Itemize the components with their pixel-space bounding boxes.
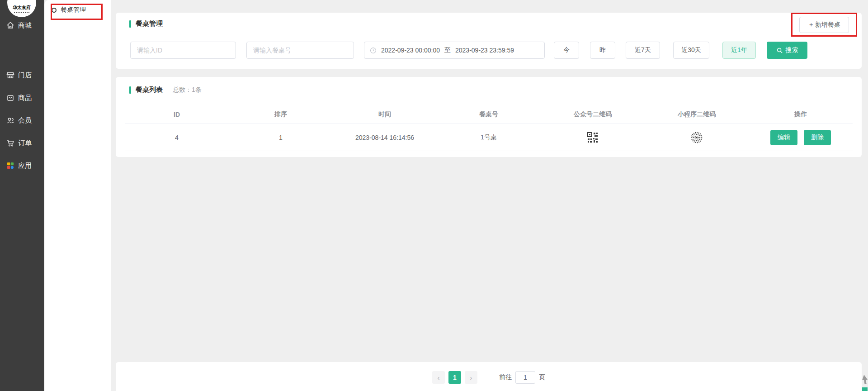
pagination: ‹ 1 › 前往 页 <box>116 371 862 384</box>
submenu-item-table-management[interactable]: 餐桌管理 <box>52 6 86 14</box>
cart-icon <box>5 138 15 148</box>
total-count-label: 总数：1条 <box>173 86 202 94</box>
official-account-qr-icon[interactable] <box>541 124 645 151</box>
plus-icon: ＋ <box>808 21 814 29</box>
quick-range-7days-button[interactable]: 近7天 <box>626 42 660 59</box>
prev-page-button[interactable]: ‹ <box>432 371 445 384</box>
submenu-panel: 餐桌管理 <box>44 0 111 391</box>
quick-range-today-button[interactable]: 今 <box>554 42 579 59</box>
clock-icon <box>370 47 377 54</box>
sidebar-item-label: 会员 <box>18 116 32 125</box>
id-field-wrap <box>130 42 236 59</box>
add-table-label: 新增餐桌 <box>815 21 840 29</box>
search-icon <box>776 47 783 54</box>
page-title: 餐桌管理 <box>136 19 163 28</box>
goods-icon <box>5 93 15 103</box>
cell-table-no: 1号桌 <box>437 124 541 151</box>
scrollbar-thumb <box>862 387 868 391</box>
column-header-id: ID <box>125 105 229 124</box>
goto-page-group: 前往 页 <box>499 371 545 384</box>
app-logo[interactable]: 华太食府 <box>7 0 36 17</box>
date-range-picker[interactable]: 2022-09-23 00:00:00 至 2023-09-23 23:59:5… <box>364 42 545 59</box>
sidebar-item-mall[interactable]: 商城 <box>0 18 44 33</box>
search-button-label: 搜索 <box>786 46 798 54</box>
column-header-time: 时间 <box>333 105 437 124</box>
sidebar-item-orders[interactable]: 订单 <box>0 136 44 150</box>
edit-button[interactable]: 编辑 <box>770 130 797 145</box>
circle-bullet-icon <box>52 8 57 13</box>
column-header-table-no: 餐桌号 <box>437 105 541 124</box>
table-number-input[interactable] <box>246 42 354 59</box>
goto-label: 前往 <box>499 373 512 381</box>
sidebar-item-members[interactable]: 会员 <box>0 113 44 128</box>
submenu-item-label: 餐桌管理 <box>61 6 86 14</box>
table-no-field-wrap <box>246 42 354 59</box>
section-accent-bar <box>129 20 131 28</box>
quick-range-30days-button[interactable]: 近30天 <box>673 42 709 59</box>
section-accent-bar <box>129 86 131 94</box>
column-header-miniprogram-qr: 小程序二维码 <box>645 105 749 124</box>
logo-text: 华太食府 <box>13 5 31 11</box>
cell-time: 2023-08-14 16:14:56 <box>333 124 437 151</box>
table-row: 4 1 2023-08-14 16:14:56 1号桌 <box>125 124 853 151</box>
apps-icon <box>5 161 15 171</box>
table-card: 餐桌列表 总数：1条 ID 排序 时间 餐桌号 公众号二维码 小程序二维码 操作… <box>116 77 862 157</box>
miniprogram-qr-icon[interactable] <box>645 124 749 151</box>
page-unit-label: 页 <box>539 373 545 381</box>
next-page-button[interactable]: › <box>465 371 477 384</box>
filter-section-head: 餐桌管理 <box>129 19 163 28</box>
goto-page-input[interactable] <box>515 371 535 384</box>
quick-range-yesterday-button[interactable]: 昨 <box>590 42 615 59</box>
sidebar-item-label: 订单 <box>18 139 32 148</box>
home-icon <box>5 20 15 30</box>
search-button[interactable]: 搜索 <box>767 42 807 59</box>
sidebar-item-label: 商城 <box>18 21 32 30</box>
sidebar-item-label: 门店 <box>18 71 32 80</box>
store-icon <box>5 70 15 80</box>
column-header-sort: 排序 <box>229 105 333 124</box>
sidebar-item-apps[interactable]: 应用 <box>0 158 44 173</box>
pagination-card: ‹ 1 › 前往 页 <box>116 362 862 391</box>
date-range-separator: 至 <box>444 46 451 54</box>
list-title: 餐桌列表 <box>136 86 163 94</box>
page-number-button[interactable]: 1 <box>448 371 461 384</box>
chevron-left-icon: ‹ <box>438 374 440 381</box>
chevron-right-icon: › <box>470 374 472 381</box>
page: 华太食府 商城 门店 商品 会员 <box>0 0 868 391</box>
column-header-actions: 操作 <box>749 105 853 124</box>
column-header-official-qr: 公众号二维码 <box>541 105 645 124</box>
scrollbar[interactable] <box>862 375 868 391</box>
members-icon <box>5 115 15 125</box>
list-section-head: 餐桌列表 总数：1条 <box>129 86 202 94</box>
logo-subtext <box>14 12 29 13</box>
cell-actions: 编辑 删除 <box>749 124 853 151</box>
cursor-icon <box>862 375 868 384</box>
date-start-value: 2022-09-23 00:00:00 <box>381 47 440 54</box>
sidebar-item-label: 商品 <box>18 94 32 102</box>
cell-sort: 1 <box>229 124 333 151</box>
delete-button[interactable]: 删除 <box>804 130 831 145</box>
quick-range-1year-button[interactable]: 近1年 <box>722 42 756 59</box>
sidebar-item-store[interactable]: 门店 <box>0 68 44 82</box>
id-input[interactable] <box>130 42 236 59</box>
sidebar: 华太食府 商城 门店 商品 会员 <box>0 0 44 391</box>
table-header-row: ID 排序 时间 餐桌号 公众号二维码 小程序二维码 操作 <box>125 105 853 124</box>
date-end-value: 2023-09-23 23:59:59 <box>455 47 514 54</box>
filter-card: 餐桌管理 2022-09-23 00:00:00 至 2023-09-23 23… <box>116 13 862 69</box>
cell-id: 4 <box>125 124 229 151</box>
add-table-button[interactable]: ＋ 新增餐桌 <box>799 17 849 33</box>
sidebar-item-label: 应用 <box>18 162 32 170</box>
sidebar-item-goods[interactable]: 商品 <box>0 91 44 105</box>
